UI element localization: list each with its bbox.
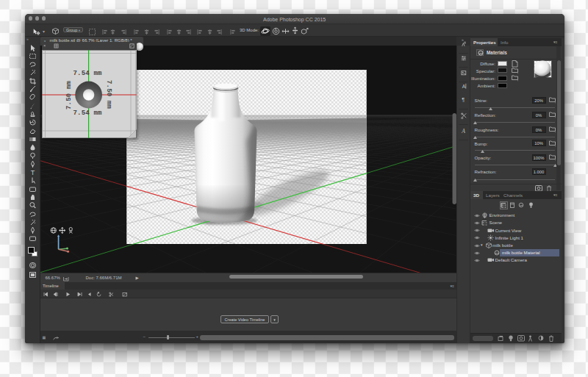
svg-text:¶: ¶ xyxy=(462,96,465,103)
svg-text:T: T xyxy=(31,169,35,176)
svg-text:A: A xyxy=(461,128,465,134)
